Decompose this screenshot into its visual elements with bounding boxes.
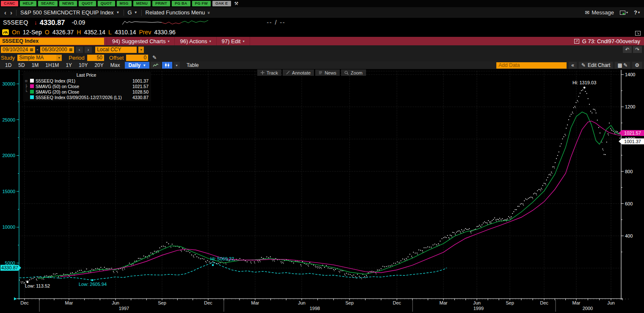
- date-to-field[interactable]: 06/30/2000 ▦: [40, 47, 74, 53]
- prev-value: 4330.96: [154, 29, 176, 36]
- svg-text:Low: 113.52: Low: 113.52: [25, 283, 50, 288]
- date-from-field[interactable]: 09/10/2024 ▦: [1, 47, 35, 53]
- range-forward-button[interactable]: ›: [85, 47, 92, 53]
- legend-row: ├SMAVG (50) on Close1021.57: [24, 83, 149, 89]
- currency-select[interactable]: Local CCY: [95, 47, 137, 53]
- chevron-down-icon: ▾: [209, 39, 211, 43]
- function-key-pg-ba[interactable]: PG BA: [172, 1, 190, 6]
- tab-1h1m[interactable]: 1H1M: [42, 62, 62, 68]
- svg-text:Jun: Jun: [607, 300, 615, 305]
- chart-legend[interactable]: Last Price ⊟S5SEEQ Index (R1)1001.37├SMA…: [23, 72, 151, 101]
- wrench-icon[interactable]: ⚒: [234, 1, 239, 6]
- tab-max[interactable]: Max: [107, 62, 124, 68]
- svg-text:Sep: Sep: [345, 300, 354, 305]
- tab-5d[interactable]: 5D: [15, 62, 28, 68]
- open-value: 4326.37: [52, 29, 74, 36]
- period-field[interactable]: 50: [87, 55, 104, 61]
- chart-type-dropdown[interactable]: ▼: [173, 62, 180, 69]
- function-key-quot[interactable]: QUOT: [98, 1, 115, 6]
- command-menu-actions[interactable]: 96) Actions▾: [175, 37, 216, 45]
- legend-label: S5SEEQ Index 03/09/2051-12/27/2026 (L1): [36, 95, 122, 100]
- table-button[interactable]: Table: [187, 62, 199, 68]
- price-chart[interactable]: 5000100001500020000250003000040060080010…: [0, 69, 644, 313]
- tab-1y[interactable]: 1Y: [62, 62, 75, 68]
- chart-name-area[interactable]: ↗ G 73: Cndl97-00overlay: [574, 38, 644, 44]
- svg-text:800: 800: [625, 169, 633, 174]
- svg-text:1998: 1998: [310, 306, 320, 311]
- track-label: Track: [267, 70, 278, 75]
- function-key-searc[interactable]: SEARC: [38, 1, 58, 6]
- function-key-oak-e[interactable]: OAK E: [212, 1, 231, 6]
- study-select[interactable]: Simple MA ▼: [17, 55, 62, 61]
- axes: [14, 70, 628, 312]
- function-key-canc[interactable]: CANC: [1, 1, 18, 6]
- command-menu-label: 97) Edit: [222, 38, 241, 44]
- function-key-pg-fw[interactable]: PG FW: [192, 1, 211, 6]
- function-key-print[interactable]: PRINT: [152, 1, 170, 6]
- legend-value: 4330.87: [132, 95, 149, 100]
- news-button[interactable]: News: [315, 69, 340, 76]
- currency-dropdown-icon[interactable]: ▼: [138, 47, 144, 53]
- help-menu-button[interactable]: ? ▾: [634, 9, 640, 16]
- tab-10y[interactable]: 10Y: [75, 62, 91, 68]
- undo-button[interactable]: ↶: [623, 46, 632, 53]
- zoom-label: Zoom: [351, 70, 363, 75]
- chart-settings-button[interactable]: ⚙: [632, 62, 642, 69]
- function-key-msg[interactable]: MSG: [117, 1, 132, 6]
- message-button[interactable]: ✉ Message: [585, 9, 614, 16]
- legend-value: 1021.57: [132, 84, 149, 89]
- gauge-icon: [2, 29, 9, 36]
- tab-20y[interactable]: 20Y: [91, 62, 107, 68]
- function-key-menu[interactable]: MENU: [133, 1, 151, 6]
- legend-swatch: [30, 79, 34, 83]
- command-menu-suggested-charts[interactable]: 94) Suggested Charts▾: [107, 37, 175, 45]
- svg-text:5000: 5000: [5, 260, 15, 266]
- tab-1d[interactable]: 1D: [2, 62, 15, 68]
- track-button[interactable]: Track: [257, 69, 281, 76]
- function-key-quot[interactable]: QUOT: [79, 1, 96, 6]
- high-label: H: [77, 29, 81, 36]
- svg-text:Dec: Dec: [204, 300, 212, 305]
- range-back-button[interactable]: ‹: [76, 47, 83, 53]
- security-input[interactable]: S5SEEQ Index: [0, 38, 104, 45]
- security-title-menu[interactable]: S&P 500 SEMICNDCTR EQUIP Index ▼: [20, 9, 120, 16]
- launch-window-button[interactable]: ↘: [635, 29, 641, 36]
- redo-button[interactable]: ↷: [633, 46, 642, 53]
- range-dash: -: [37, 47, 39, 53]
- command-bar: S5SEEQ Index 94) Suggested Charts▾96) Ac…: [0, 37, 644, 45]
- calendar-icon: ▦: [30, 47, 33, 52]
- g-menu[interactable]: G ▼: [128, 9, 138, 16]
- tab-1m[interactable]: 1M: [28, 62, 42, 68]
- function-key-help[interactable]: HELP: [20, 1, 36, 6]
- add-data-input[interactable]: Add Data: [496, 62, 567, 69]
- panel-button[interactable]: ▶ ▾: [620, 11, 628, 15]
- annotate-button[interactable]: Annotate: [283, 69, 314, 76]
- prev-label: Prev: [139, 29, 151, 36]
- divider: [16, 10, 17, 16]
- high-value: 4352.14: [84, 29, 105, 36]
- legend-title: Last Price: [24, 72, 149, 78]
- back-icon[interactable]: ‹: [4, 9, 6, 16]
- command-menu-edit[interactable]: 97) Edit▾: [217, 37, 250, 45]
- svg-text:Jun: Jun: [112, 300, 119, 305]
- forward-icon[interactable]: ›: [10, 9, 12, 16]
- zoom-button[interactable]: Zoom: [341, 69, 366, 76]
- chevron-down-icon: ▼: [134, 11, 138, 14]
- collapse-button[interactable]: «: [569, 62, 577, 69]
- open-label: O: [45, 29, 50, 36]
- line-chart-mode-button[interactable]: [151, 62, 161, 69]
- command-menu-label: 94) Suggested Charts: [112, 38, 165, 44]
- annotate-chart-button[interactable]: ▩ ✎: [615, 62, 630, 69]
- interval-select[interactable]: Daily ▼: [125, 62, 149, 69]
- svg-text:Dec: Dec: [20, 300, 29, 305]
- related-functions-menu[interactable]: Related Functions Menu »: [146, 9, 210, 16]
- legend-label: SMAVG (20) on Close: [36, 89, 79, 94]
- edit-chart-button[interactable]: ✎ Edit Chart: [579, 62, 613, 69]
- edit-study-icon[interactable]: ✎: [152, 55, 157, 61]
- interval-value: Daily: [128, 62, 140, 68]
- message-label: Message: [592, 9, 614, 16]
- function-key-news[interactable]: NEWS: [59, 1, 77, 6]
- legend-swatch: [30, 95, 34, 99]
- offset-field[interactable]: 0: [126, 55, 148, 61]
- candle-chart-mode-button[interactable]: [162, 62, 172, 69]
